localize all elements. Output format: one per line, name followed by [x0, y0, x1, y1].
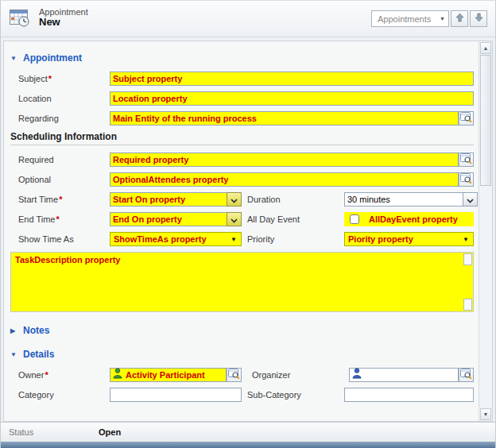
- required-asterisk: *: [56, 214, 59, 224]
- record-name-title: New: [39, 17, 88, 29]
- chevron-down-icon: ▼: [463, 236, 469, 243]
- field-row-start-duration: Start Time* Duration: [18, 192, 474, 207]
- category-label: Category: [18, 390, 110, 400]
- section-header-scheduling: Scheduling Information: [10, 131, 474, 145]
- duration-dropdown-button[interactable]: [463, 192, 478, 207]
- lookup-magnifier-icon: [460, 369, 472, 382]
- duration-combo: [344, 192, 478, 207]
- priority-label: Priority: [247, 234, 344, 244]
- regarding-label: Regarding: [18, 114, 110, 123]
- show-time-as-value: ShowTimeAs property: [114, 234, 231, 244]
- category-input[interactable]: [110, 388, 242, 402]
- chevron-down-icon: ▼: [231, 236, 237, 243]
- textarea-scroll-up-button[interactable]: [463, 253, 472, 265]
- priority-value: Piority property: [348, 234, 463, 244]
- required-asterisk: *: [48, 74, 52, 83]
- required-attendees-label: Required: [18, 155, 110, 164]
- optional-attendees-lookup-button[interactable]: [459, 172, 474, 187]
- vertical-scrollbar[interactable]: ▲ ▼: [479, 41, 492, 421]
- regarding-lookup-button[interactable]: [459, 111, 474, 126]
- field-row-optional: Optional: [18, 172, 474, 187]
- triangle-up-icon: ▲: [483, 45, 489, 51]
- sub-category-label: Sub-Category: [247, 390, 344, 400]
- all-day-event-value: AllDayEvent property: [369, 214, 458, 224]
- organizer-label: Organizer: [252, 370, 349, 380]
- section-header-details[interactable]: ▼ Details: [10, 349, 479, 360]
- owner-label: Owner*: [18, 370, 110, 380]
- chevron-down-icon: ▼: [440, 16, 445, 21]
- scrollbar-up-button[interactable]: ▲: [480, 42, 491, 54]
- section-title: Details: [23, 349, 54, 360]
- next-record-button[interactable]: [470, 10, 487, 27]
- all-day-event-field: AllDayEvent property: [344, 212, 474, 226]
- window-bottom-edge: [1, 442, 495, 448]
- organizer-field[interactable]: [349, 368, 459, 382]
- section-header-notes[interactable]: ▶ Notes: [10, 325, 479, 336]
- scrollbar-down-button[interactable]: ▼: [480, 408, 491, 420]
- description-textarea[interactable]: TaskDescription property: [10, 252, 474, 312]
- expand-triangle-icon: ▶: [10, 327, 18, 334]
- sub-category-input[interactable]: [344, 388, 474, 402]
- field-row-owner-organizer: Owner* Activity Participant Organizer: [18, 368, 474, 382]
- owner-value: Activity Participant: [126, 370, 205, 380]
- subject-input[interactable]: [110, 71, 474, 86]
- start-time-combo: [110, 192, 242, 207]
- lookup-magnifier-icon: [460, 112, 472, 126]
- field-row-showtime-priority: Show Time As ShowTimeAs property ▼ Prior…: [18, 232, 474, 246]
- start-time-dropdown-button[interactable]: [227, 192, 242, 207]
- record-set-selector-value: Appointments: [378, 14, 440, 24]
- arrow-down-icon: [475, 13, 483, 25]
- appointment-calendar-icon: [9, 7, 31, 28]
- arrow-up-icon: [455, 13, 464, 25]
- record-set-selector[interactable]: Appointments ▼: [371, 10, 449, 27]
- required-asterisk: *: [45, 370, 48, 380]
- location-label: Location: [18, 94, 110, 103]
- form-content: ▼ Appointment Subject* Location Regardin…: [4, 41, 479, 421]
- end-time-input[interactable]: [110, 212, 227, 226]
- lookup-magnifier-icon: [460, 173, 472, 187]
- end-time-label: End Time*: [18, 214, 110, 224]
- triangle-down-icon: ▼: [483, 411, 489, 417]
- section-title: Appointment: [23, 52, 82, 64]
- chevron-down-icon: [231, 194, 238, 206]
- duration-input[interactable]: [344, 192, 463, 207]
- required-asterisk: *: [59, 195, 62, 204]
- form-header: Appointment New Appointments ▼: [1, 1, 495, 37]
- header-right-controls: Appointments ▼: [371, 10, 487, 27]
- subject-label: Subject*: [18, 74, 110, 83]
- owner-field[interactable]: Activity Participant: [110, 368, 227, 382]
- status-value: Open: [99, 427, 121, 437]
- end-time-dropdown-button[interactable]: [227, 212, 242, 226]
- form-title-block: Appointment New: [39, 7, 88, 31]
- required-attendees-lookup-button[interactable]: [459, 153, 474, 167]
- collapse-triangle-icon: ▼: [10, 351, 18, 358]
- organizer-lookup-button[interactable]: [459, 368, 474, 382]
- section-header-appointment[interactable]: ▼ Appointment: [10, 52, 479, 64]
- section-title: Notes: [23, 325, 49, 336]
- optional-attendees-input[interactable]: [110, 172, 459, 187]
- priority-select[interactable]: Piority property ▼: [344, 232, 474, 246]
- start-time-label: Start Time*: [18, 195, 110, 204]
- show-time-as-label: Show Time As: [18, 234, 110, 244]
- scrollbar-thumb[interactable]: [480, 55, 491, 186]
- description-field-wrap: TaskDescription property: [10, 252, 474, 312]
- end-time-combo: [110, 212, 242, 226]
- field-row-location: Location: [18, 91, 474, 106]
- location-input[interactable]: [110, 91, 474, 106]
- start-time-input[interactable]: [110, 192, 227, 207]
- owner-lookup-button[interactable]: [227, 368, 242, 382]
- regarding-input[interactable]: [110, 111, 459, 126]
- required-attendees-input[interactable]: [110, 153, 459, 167]
- show-time-as-select[interactable]: ShowTimeAs property ▼: [110, 232, 242, 246]
- collapse-triangle-icon: ▼: [10, 55, 18, 62]
- optional-attendees-label: Optional: [18, 175, 110, 184]
- form-body: ▼ Appointment Subject* Location Regardin…: [3, 41, 493, 422]
- all-day-event-checkbox[interactable]: [350, 214, 359, 224]
- chevron-down-icon: [467, 194, 474, 206]
- previous-record-button[interactable]: [451, 10, 468, 27]
- textarea-scroll-down-button[interactable]: [463, 299, 472, 311]
- field-row-regarding: Regarding: [18, 111, 474, 126]
- field-row-category: Category Sub-Category: [18, 388, 474, 402]
- status-bar: Status Open: [1, 422, 495, 442]
- field-row-end-allday: End Time* All Day Event AllDayEvent prop…: [18, 212, 474, 226]
